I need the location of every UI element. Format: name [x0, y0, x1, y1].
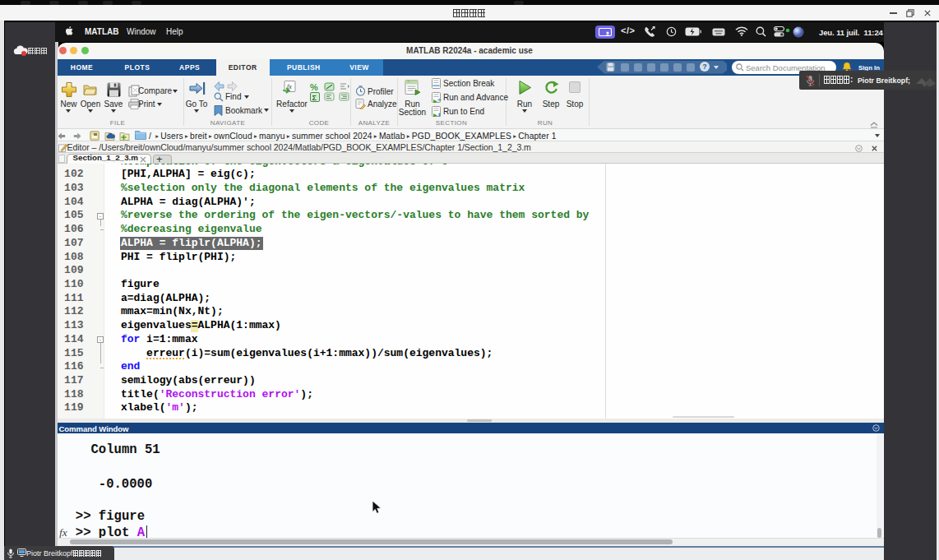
svg-text:Σ: Σ [312, 94, 317, 102]
